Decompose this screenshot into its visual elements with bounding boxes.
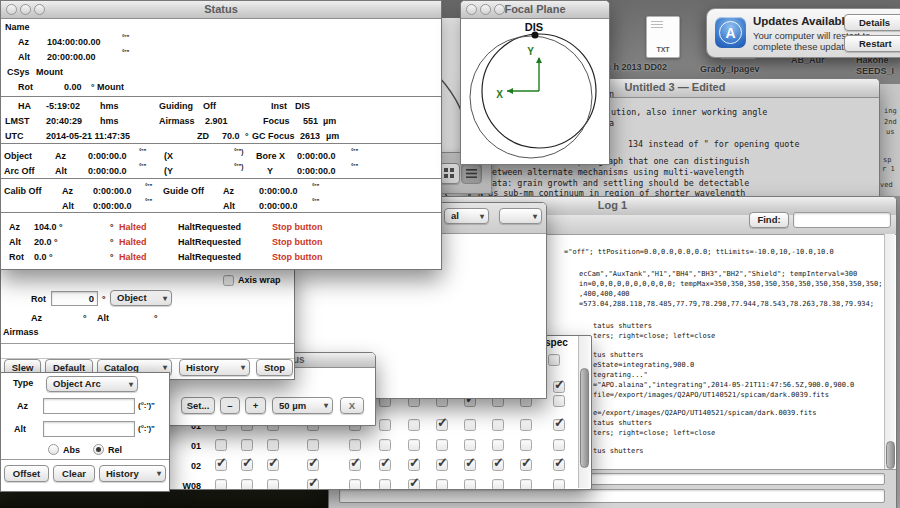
focus-step-dropdown[interactable]: 50 µm [272,397,333,414]
log1-scrollbar[interactable] [884,234,895,469]
grid-checkbox[interactable] [553,419,565,431]
status-text-cell: 0:00:00.0 [297,166,336,176]
grid-checkbox[interactable] [307,459,319,471]
grid-checkbox[interactable] [436,439,448,451]
status-text-cell: Halted [119,237,147,247]
background-text-fragment: 2nd [884,118,897,126]
grid-checkbox[interactable] [553,439,565,451]
axis-wrap-checkbox[interactable] [223,275,234,286]
grid-checkbox[interactable] [215,479,227,490]
find-input[interactable] [793,212,891,228]
focus-decrement-button[interactable]: – [220,397,240,414]
grid-checkbox[interactable] [436,419,448,431]
spec-checkbox[interactable] [548,354,560,366]
type-dropdown[interactable]: Object Arc [46,376,138,392]
status-text-cell: 551 [303,116,318,126]
grid-scroll-thumb[interactable] [580,368,589,468]
focus-set-button[interactable]: Set... [181,397,215,414]
grid-checkbox[interactable] [408,479,420,490]
status-text-cell: Airmass [159,116,195,126]
grid-checkbox[interactable] [520,459,532,471]
status-text-cell: °'" [351,163,358,170]
grid-checkbox[interactable] [408,419,420,431]
find-button[interactable]: Find: [749,212,789,228]
grid-checkbox[interactable] [520,439,532,451]
grid-checkbox[interactable] [241,439,253,451]
grid-checkbox[interactable] [349,439,361,451]
grid-checkbox[interactable] [492,479,504,490]
grid-checkbox[interactable] [553,381,565,393]
status-text-cell: 0:00:00.0 [297,151,336,161]
rel-radio[interactable] [93,444,104,455]
grid-checkbox[interactable] [379,459,391,471]
offset-az-input[interactable] [43,398,135,414]
list-view-button[interactable] [461,163,482,184]
details-button[interactable]: Details [844,14,900,31]
status-text-cell: Calib Off [4,186,42,196]
grid-checkbox[interactable] [436,459,448,471]
hub-empty-dropdown[interactable] [499,208,542,224]
status-text-cell: Guiding [159,101,193,111]
slew-history-dropdown[interactable]: History [179,359,250,376]
grid-checkbox[interactable] [379,439,391,451]
grid-checkbox[interactable] [408,459,420,471]
log1-entry-input[interactable] [339,489,885,503]
grid-checkbox[interactable] [553,479,565,490]
notification-title: Updates Available [753,15,851,27]
stop-button[interactable]: Stop [256,359,293,376]
clear-button[interactable]: Clear [53,465,95,482]
grid-checkbox[interactable] [215,459,227,471]
desktop-icon-label[interactable]: SEEDS_I [856,66,894,76]
grid-checkbox[interactable] [267,479,279,490]
grid-checkbox[interactable] [553,395,565,407]
grid-checkbox[interactable] [349,479,361,490]
grid-view-button[interactable] [439,163,460,184]
document-text-line: data: grain growth and settling should b… [487,178,749,188]
grid-checkbox[interactable] [379,419,391,431]
log1-scroll-thumb[interactable] [886,441,895,469]
offset-alt-hint: (°:')" [138,424,155,433]
x-axis-label: X [496,89,503,100]
offset-alt-input[interactable] [43,421,135,437]
grid-checkbox[interactable] [492,419,504,431]
offset-button[interactable]: Offset [4,465,49,482]
grid-checkbox[interactable] [267,439,279,451]
rot-mode-dropdown[interactable]: Object [110,290,172,306]
focus-close-button[interactable]: X [340,397,364,414]
grid-checkbox[interactable] [520,479,532,490]
grid-checkbox[interactable] [215,439,227,451]
offset-history-dropdown[interactable]: History [99,465,166,482]
instrument-label: DIS [525,21,543,33]
grid-checkbox[interactable] [492,459,504,471]
grid-checkbox[interactable] [464,479,476,490]
focal-titlebar[interactable]: Focal Plane [461,1,609,19]
grid-scrollbar[interactable] [578,336,590,488]
grid-checkbox[interactable] [307,439,319,451]
window-offset: Type Object Arc Az (°:')" Alt (°:')" Abs… [0,372,170,492]
grid-checkbox[interactable] [349,459,361,471]
grid-checkbox[interactable] [307,479,319,490]
status-text-cell: °'" [351,148,358,155]
grid-checkbox[interactable] [379,479,391,490]
txt-file-icon[interactable]: TXT [646,16,680,58]
grid-checkbox[interactable] [241,459,253,471]
grid-checkbox[interactable] [464,459,476,471]
grid-checkbox[interactable] [408,439,420,451]
grid-checkbox[interactable] [436,479,448,490]
rot-input[interactable] [51,291,98,306]
log-line: in=0,0,0,0,0,0,0,0,0,0; tempMax=350,350,… [579,280,882,288]
grid-checkbox[interactable] [492,439,504,451]
grid-checkbox[interactable] [464,439,476,451]
restart-button[interactable]: Restart [844,35,900,52]
hub-mode-dropdown[interactable]: al [444,208,489,224]
focus-increment-button[interactable]: + [245,397,266,414]
grid-checkbox[interactable] [553,459,565,471]
grid-checkbox[interactable] [241,479,253,490]
grid-checkbox[interactable] [520,419,532,431]
desktop-icon-label[interactable]: Grady_Ipagev [700,64,760,74]
grid-checkbox[interactable] [464,419,476,431]
background-text-fragment: r 1 [882,165,895,173]
grid-checkbox[interactable] [267,459,279,471]
status-text-cell: Az [55,151,66,161]
abs-radio[interactable] [48,444,59,455]
